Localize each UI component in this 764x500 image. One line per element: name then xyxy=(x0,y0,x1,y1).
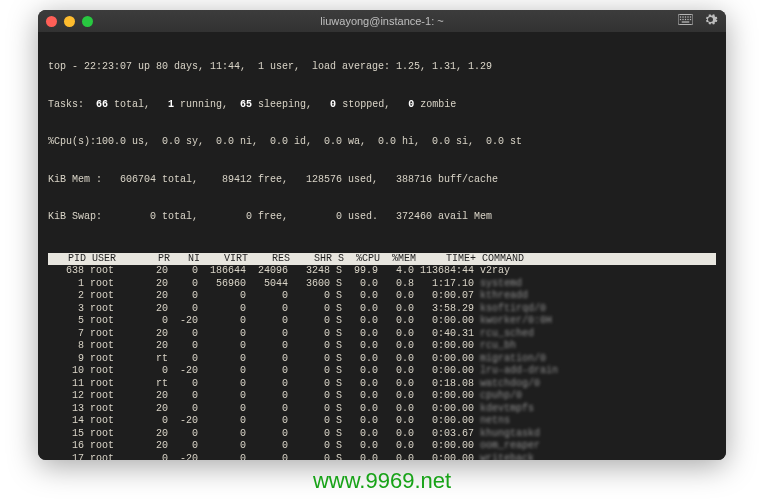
process-row: 5 root 0 -20 0 0 0 S 0.0 0.0 0:00.00 kwo… xyxy=(48,315,716,328)
process-row: 7 root 20 0 0 0 0 S 0.0 0.0 0:40.31 rcu_… xyxy=(48,328,716,341)
process-command: writeback xyxy=(480,453,534,461)
summary-line-tasks: Tasks: 66 total, 1 running, 65 sleeping,… xyxy=(48,99,716,112)
process-command: rcu_bh xyxy=(480,340,516,351)
svg-rect-10 xyxy=(690,19,691,20)
watermark-text: www.9969.net xyxy=(0,468,764,494)
process-row: 17 root 0 -20 0 0 0 S 0.0 0.0 0:00.00 wr… xyxy=(48,453,716,461)
process-command: systemd xyxy=(480,278,522,289)
process-command: oom_reaper xyxy=(480,440,540,451)
window-controls xyxy=(46,16,93,27)
summary-line-uptime: top - 22:23:07 up 80 days, 11:44, 1 user… xyxy=(48,61,716,74)
process-header-row: PID USER PR NI VIRT RES SHR S %CPU %MEM … xyxy=(48,253,716,266)
minimize-button[interactable] xyxy=(64,16,75,27)
svg-rect-4 xyxy=(687,16,688,17)
process-command: rcu_sched xyxy=(480,328,534,339)
gear-icon[interactable] xyxy=(703,12,718,30)
process-command: khungtaskd xyxy=(480,428,540,439)
process-command: netns xyxy=(480,415,510,426)
process-row: 15 root 20 0 0 0 0 S 0.0 0.0 0:03.67 khu… xyxy=(48,428,716,441)
top-summary: top - 22:23:07 up 80 days, 11:44, 1 user… xyxy=(48,36,716,249)
process-row: 1 root 20 0 56960 5044 3600 S 0.0 0.8 1:… xyxy=(48,278,716,291)
svg-rect-8 xyxy=(685,19,686,20)
summary-line-mem: KiB Mem : 606704 total, 89412 free, 1285… xyxy=(48,174,716,187)
process-command: lru-add-drain xyxy=(480,365,558,376)
process-row: 9 root rt 0 0 0 0 S 0.0 0.0 0:00.00 migr… xyxy=(48,353,716,366)
zoom-button[interactable] xyxy=(82,16,93,27)
svg-rect-9 xyxy=(687,19,688,20)
process-command: kdevtmpfs xyxy=(480,403,534,414)
process-row: 2 root 20 0 0 0 0 S 0.0 0.0 0:00.07 kthr… xyxy=(48,290,716,303)
process-command: kworker/0:0H xyxy=(480,315,552,326)
svg-rect-6 xyxy=(680,19,681,20)
process-row: 10 root 0 -20 0 0 0 S 0.0 0.0 0:00.00 lr… xyxy=(48,365,716,378)
process-row: 8 root 20 0 0 0 0 S 0.0 0.0 0:00.00 rcu_… xyxy=(48,340,716,353)
svg-rect-2 xyxy=(682,16,683,17)
svg-rect-3 xyxy=(685,16,686,17)
svg-rect-5 xyxy=(690,16,691,17)
summary-line-swap: KiB Swap: 0 total, 0 free, 0 used. 37246… xyxy=(48,211,716,224)
terminal-body[interactable]: top - 22:23:07 up 80 days, 11:44, 1 user… xyxy=(38,32,726,460)
terminal-window: liuwayong@instance-1: ~ top - 22:23:07 u… xyxy=(38,10,726,460)
process-command: watchdog/0 xyxy=(480,378,540,389)
process-command: migration/0 xyxy=(480,353,546,364)
process-row: 11 root rt 0 0 0 0 S 0.0 0.0 0:18.08 wat… xyxy=(48,378,716,391)
svg-rect-7 xyxy=(682,19,683,20)
titlebar: liuwayong@instance-1: ~ xyxy=(38,10,726,32)
process-command: ksoftirqd/0 xyxy=(480,303,546,314)
keyboard-icon[interactable] xyxy=(678,12,693,30)
svg-rect-1 xyxy=(680,16,681,17)
process-row: 638 root 20 0 186644 24096 3248 S 99.9 4… xyxy=(48,265,716,278)
window-title: liuwayong@instance-1: ~ xyxy=(38,15,726,27)
process-command: cpuhp/0 xyxy=(480,390,522,401)
process-row: 14 root 0 -20 0 0 0 S 0.0 0.0 0:00.00 ne… xyxy=(48,415,716,428)
process-row: 12 root 20 0 0 0 0 S 0.0 0.0 0:00.00 cpu… xyxy=(48,390,716,403)
process-row: 13 root 20 0 0 0 0 S 0.0 0.0 0:00.00 kde… xyxy=(48,403,716,416)
process-list: 638 root 20 0 186644 24096 3248 S 99.9 4… xyxy=(48,265,716,460)
summary-line-cpu: %Cpu(s):100.0 us, 0.0 sy, 0.0 ni, 0.0 id… xyxy=(48,136,716,149)
close-button[interactable] xyxy=(46,16,57,27)
process-row: 3 root 20 0 0 0 0 S 0.0 0.0 3:58.29 ksof… xyxy=(48,303,716,316)
process-command: kthreadd xyxy=(480,290,528,301)
svg-rect-11 xyxy=(682,21,690,22)
process-row: 16 root 20 0 0 0 0 S 0.0 0.0 0:00.00 oom… xyxy=(48,440,716,453)
process-command: v2ray xyxy=(480,265,510,276)
